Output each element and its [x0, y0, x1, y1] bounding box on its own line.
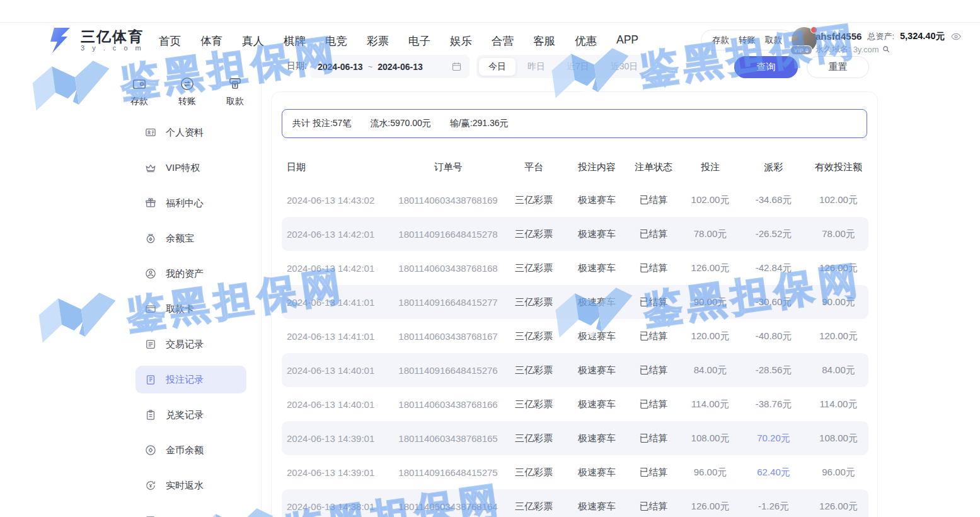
- cell-order: 1801140603438768166: [397, 387, 499, 421]
- sidebar-item-12[interactable]: [135, 507, 246, 517]
- calendar-icon[interactable]: [451, 61, 462, 72]
- cell-date: 2024-06-13 14:40:01: [282, 353, 397, 387]
- cell-valid: 108.00元: [809, 421, 868, 455]
- cell-platform: 三亿彩票: [499, 285, 568, 319]
- cell-date: 2024-06-13 14:39:01: [282, 455, 397, 489]
- nav-item-8[interactable]: 娱乐: [450, 33, 472, 49]
- wallet-action-3[interactable]: 取款: [765, 35, 782, 46]
- wallet-action-2[interactable]: 转账: [739, 35, 756, 46]
- summary-bar: 共计 投注:57笔 流水:5970.00元 输/赢:291.36元: [282, 109, 867, 138]
- cell-platform: 三亿彩票: [499, 251, 568, 285]
- logo-title: 三亿体育: [81, 29, 144, 44]
- table-row: 2024-06-13 14:39:011801140916648415275三亿…: [282, 455, 868, 489]
- table-row: 2024-06-13 14:42:011801140916648415278三亿…: [282, 217, 868, 251]
- cell-content: 极速赛车: [568, 421, 625, 455]
- sidebar-item-11[interactable]: 实时返水: [135, 472, 246, 499]
- date-to: 2024-06-13: [378, 62, 423, 72]
- sidebar-item-1[interactable]: 个人资料: [135, 119, 246, 146]
- nav-item-11[interactable]: 优惠: [575, 33, 597, 49]
- cell-bet: 120.00元: [682, 319, 739, 353]
- cell-order: 1801140603438768169: [397, 183, 499, 217]
- nav-item-1[interactable]: 首页: [159, 33, 181, 49]
- bets-icon: [144, 373, 157, 386]
- query-button[interactable]: 查询: [734, 56, 798, 78]
- card-icon: [144, 303, 157, 315]
- cell-bet: 78.00元: [682, 217, 739, 251]
- withdraw-icon: [227, 76, 243, 92]
- sidebar-item-5[interactable]: 我的资产: [135, 260, 246, 288]
- table-header-row: 日期订单号平台投注内容注单状态投注派彩有效投注额: [282, 151, 868, 183]
- avatar[interactable]: VIP 0: [792, 27, 817, 52]
- coins-icon: [144, 444, 157, 456]
- sidebar-item-label: VIP特权: [166, 162, 200, 174]
- sidebar-item-8[interactable]: 投注记录: [135, 366, 246, 393]
- cell-status: 已结算: [625, 183, 682, 217]
- sidebar-item-3[interactable]: 福利中心: [135, 189, 246, 217]
- redeem-icon: [144, 409, 157, 421]
- cell-valid: 114.00元: [809, 387, 868, 421]
- summary-total: 共计 投注:57笔: [292, 118, 351, 129]
- range-chip-1[interactable]: 今日: [479, 58, 516, 76]
- quick-action-1[interactable]: 存款: [130, 76, 148, 107]
- cell-platform: 三亿彩票: [499, 489, 568, 517]
- quick-action-3[interactable]: 取款: [226, 76, 244, 107]
- cell-date: 2024-06-13 14:41:01: [282, 285, 397, 319]
- wallet-action-1[interactable]: 存款: [712, 35, 729, 46]
- cell-status: 已结算: [625, 285, 682, 319]
- assets-value: 5,324.40元: [900, 30, 945, 42]
- domain-value: 3y.com: [853, 45, 879, 54]
- nav-item-6[interactable]: 彩票: [367, 33, 389, 49]
- column-header: 投注内容: [568, 151, 625, 183]
- range-chip-2[interactable]: 昨日: [518, 58, 555, 76]
- watermark-logo-icon: [33, 281, 125, 363]
- cell-content: 极速赛车: [568, 387, 625, 421]
- quick-action-label: 转账: [178, 96, 196, 107]
- summary-turnover: 流水:5970.00元: [370, 118, 431, 129]
- quick-range-group: 今日昨日近7日近30日: [476, 55, 650, 78]
- cell-payout: -26.52元: [739, 217, 809, 251]
- assets-label: 总资产:: [867, 31, 894, 42]
- sidebar-item-6[interactable]: 取款卡: [135, 295, 246, 323]
- range-chip-3[interactable]: 近7日: [557, 58, 599, 76]
- cell-date: 2024-06-13 14:42:01: [282, 217, 397, 251]
- range-chip-4[interactable]: 近30日: [601, 58, 648, 76]
- cell-payout: -40.80元: [739, 319, 809, 353]
- quick-action-2[interactable]: 转账: [178, 76, 196, 107]
- cell-payout: -1.26元: [739, 489, 809, 517]
- user-info-row: ahsfd4556 总资产: 5,324.40元: [816, 30, 962, 42]
- cell-content: 极速赛车: [568, 183, 625, 217]
- cell-order: 1801140916648415275: [397, 455, 499, 489]
- sidebar-item-9[interactable]: 兑奖记录: [135, 401, 246, 429]
- domain-row: 永久域名: 3y.com: [816, 44, 891, 55]
- search-icon[interactable]: [882, 45, 891, 54]
- sidebar-item-4[interactable]: 余额宝: [135, 224, 246, 252]
- eye-icon[interactable]: [950, 31, 962, 42]
- cell-status: 已结算: [625, 251, 682, 285]
- cell-bet: 126.00元: [682, 251, 739, 285]
- watermark-logo-icon: [27, 49, 119, 131]
- username: ahsfd4556: [816, 31, 862, 42]
- cell-payout: 70.20元: [739, 421, 809, 455]
- site-logo[interactable]: 三亿体育 3 y . c o m: [47, 26, 144, 54]
- nav-item-3[interactable]: 真人: [242, 33, 264, 49]
- nav-item-9[interactable]: 合营: [492, 33, 514, 49]
- nav-item-2[interactable]: 体育: [200, 33, 222, 49]
- sidebar-item-7[interactable]: 交易记录: [135, 330, 246, 358]
- sidebar-item-2[interactable]: VIP特权: [135, 154, 246, 182]
- cell-content: 极速赛车: [568, 285, 625, 319]
- sidebar-item-10[interactable]: 金币余额: [135, 436, 246, 464]
- cell-valid: 102.00元: [809, 183, 868, 217]
- nav-item-10[interactable]: 客服: [533, 33, 555, 49]
- reset-button[interactable]: 重置: [807, 56, 869, 78]
- nav-item-7[interactable]: 电子: [408, 33, 430, 49]
- column-header: 订单号: [397, 151, 499, 183]
- doc-icon: [144, 514, 157, 517]
- nav-item-12[interactable]: APP: [616, 33, 638, 49]
- nav-item-5[interactable]: 电竞: [325, 33, 347, 49]
- nav-item-4[interactable]: 棋牌: [284, 33, 306, 49]
- date-range-input[interactable]: 2024-06-13 ~ 2024-06-13: [310, 55, 470, 78]
- cell-payout: 62.40元: [739, 455, 809, 489]
- bet-records-table: 日期订单号平台投注内容注单状态投注派彩有效投注额 2024-06-13 14:4…: [282, 151, 868, 517]
- sidebar-item-label: 实时返水: [166, 480, 204, 492]
- column-header: 有效投注额: [809, 151, 868, 183]
